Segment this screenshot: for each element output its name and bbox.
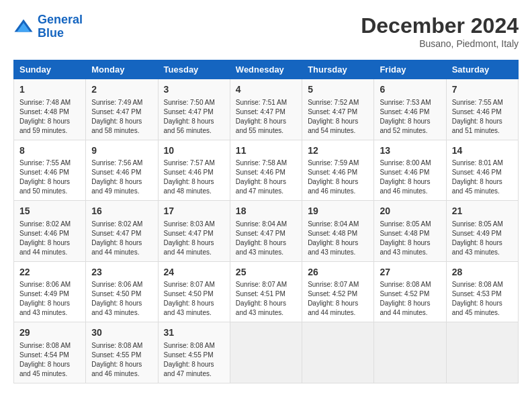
calendar-cell: 3Sunrise: 7:50 AMSunset: 4:47 PMDaylight… (158, 79, 230, 140)
calendar-cell: 26Sunrise: 8:07 AMSunset: 4:52 PMDayligh… (302, 261, 374, 322)
day-number: 28 (452, 266, 513, 279)
day-number: 22 (19, 266, 80, 279)
calendar-week-2: 8Sunrise: 7:55 AMSunset: 4:46 PMDaylight… (14, 140, 519, 201)
day-info: Sunrise: 7:55 AMSunset: 4:46 PMDaylight:… (452, 98, 513, 136)
day-number: 14 (452, 144, 513, 158)
calendar-cell: 22Sunrise: 8:06 AMSunset: 4:49 PMDayligh… (14, 261, 86, 322)
day-info: Sunrise: 8:00 AMSunset: 4:46 PMDaylight:… (380, 158, 440, 196)
header-row: SundayMondayTuesdayWednesdayThursdayFrid… (14, 60, 519, 79)
day-number: 4 (236, 83, 296, 97)
day-info: Sunrise: 7:48 AMSunset: 4:48 PMDaylight:… (19, 98, 80, 136)
calendar-cell (446, 322, 518, 383)
calendar-cell: 24Sunrise: 8:07 AMSunset: 4:50 PMDayligh… (158, 261, 230, 322)
calendar-cell: 14Sunrise: 8:01 AMSunset: 4:46 PMDayligh… (446, 140, 518, 201)
day-info: Sunrise: 8:07 AMSunset: 4:50 PMDaylight:… (164, 280, 224, 318)
calendar-cell: 19Sunrise: 8:04 AMSunset: 4:48 PMDayligh… (302, 201, 374, 262)
calendar-cell (230, 322, 302, 383)
day-info: Sunrise: 7:52 AMSunset: 4:47 PMDaylight:… (308, 98, 368, 136)
day-number: 7 (452, 83, 513, 97)
calendar-cell: 21Sunrise: 8:05 AMSunset: 4:49 PMDayligh… (446, 201, 518, 262)
page-header: General Blue December 2024 Busano, Piedm… (13, 13, 519, 49)
day-info: Sunrise: 8:06 AMSunset: 4:49 PMDaylight:… (19, 280, 80, 318)
day-info: Sunrise: 8:08 AMSunset: 4:55 PMDaylight:… (91, 341, 152, 379)
day-number: 30 (91, 326, 152, 340)
day-number: 13 (380, 144, 440, 158)
calendar-cell: 1Sunrise: 7:48 AMSunset: 4:48 PMDaylight… (14, 79, 86, 140)
day-info: Sunrise: 7:57 AMSunset: 4:46 PMDaylight:… (164, 158, 224, 196)
day-info: Sunrise: 8:05 AMSunset: 4:49 PMDaylight:… (452, 220, 513, 257)
title-block: December 2024 Busano, Piedmont, Italy (361, 13, 519, 49)
calendar-cell: 27Sunrise: 8:08 AMSunset: 4:52 PMDayligh… (374, 261, 446, 322)
day-number: 12 (308, 144, 368, 158)
column-header-wednesday: Wednesday (230, 60, 302, 79)
day-number: 9 (91, 144, 152, 158)
column-header-sunday: Sunday (14, 60, 86, 79)
day-info: Sunrise: 8:08 AMSunset: 4:53 PMDaylight:… (452, 280, 513, 318)
day-number: 26 (308, 266, 368, 279)
day-number: 15 (19, 205, 80, 218)
calendar-cell: 23Sunrise: 8:06 AMSunset: 4:50 PMDayligh… (86, 261, 158, 322)
logo: General Blue (13, 13, 83, 40)
day-info: Sunrise: 7:51 AMSunset: 4:47 PMDaylight:… (236, 98, 296, 136)
calendar-cell (374, 322, 446, 383)
day-info: Sunrise: 8:02 AMSunset: 4:46 PMDaylight:… (19, 220, 80, 257)
calendar-cell (302, 322, 374, 383)
day-info: Sunrise: 8:08 AMSunset: 4:52 PMDaylight:… (380, 280, 440, 318)
day-number: 2 (91, 83, 152, 97)
calendar-body: 1Sunrise: 7:48 AMSunset: 4:48 PMDaylight… (14, 79, 519, 383)
calendar-week-5: 29Sunrise: 8:08 AMSunset: 4:54 PMDayligh… (14, 322, 519, 383)
day-number: 5 (308, 83, 368, 97)
calendar-cell: 11Sunrise: 7:58 AMSunset: 4:46 PMDayligh… (230, 140, 302, 201)
calendar-cell: 4Sunrise: 7:51 AMSunset: 4:47 PMDaylight… (230, 79, 302, 140)
day-number: 18 (236, 205, 296, 218)
column-header-thursday: Thursday (302, 60, 374, 79)
day-info: Sunrise: 7:59 AMSunset: 4:46 PMDaylight:… (308, 158, 368, 196)
day-info: Sunrise: 7:50 AMSunset: 4:47 PMDaylight:… (164, 98, 224, 136)
day-info: Sunrise: 8:08 AMSunset: 4:54 PMDaylight:… (19, 341, 80, 379)
calendar-cell: 17Sunrise: 8:03 AMSunset: 4:47 PMDayligh… (158, 201, 230, 262)
day-info: Sunrise: 8:07 AMSunset: 4:51 PMDaylight:… (236, 280, 296, 318)
logo-icon (13, 17, 34, 37)
day-number: 20 (380, 205, 440, 218)
column-header-monday: Monday (86, 60, 158, 79)
day-number: 17 (164, 205, 224, 218)
day-number: 3 (164, 83, 224, 97)
day-info: Sunrise: 7:56 AMSunset: 4:46 PMDaylight:… (91, 158, 152, 196)
calendar-cell: 2Sunrise: 7:49 AMSunset: 4:47 PMDaylight… (86, 79, 158, 140)
calendar-cell: 20Sunrise: 8:05 AMSunset: 4:48 PMDayligh… (374, 201, 446, 262)
calendar-cell: 28Sunrise: 8:08 AMSunset: 4:53 PMDayligh… (446, 261, 518, 322)
calendar-cell: 9Sunrise: 7:56 AMSunset: 4:46 PMDaylight… (86, 140, 158, 201)
day-number: 1 (19, 83, 80, 97)
calendar-cell: 13Sunrise: 8:00 AMSunset: 4:46 PMDayligh… (374, 140, 446, 201)
calendar-week-1: 1Sunrise: 7:48 AMSunset: 4:48 PMDaylight… (14, 79, 519, 140)
day-info: Sunrise: 8:04 AMSunset: 4:47 PMDaylight:… (236, 220, 296, 257)
day-number: 31 (164, 326, 224, 340)
calendar-header: SundayMondayTuesdayWednesdayThursdayFrid… (14, 60, 519, 79)
calendar-cell: 10Sunrise: 7:57 AMSunset: 4:46 PMDayligh… (158, 140, 230, 201)
day-number: 23 (91, 266, 152, 279)
day-info: Sunrise: 7:58 AMSunset: 4:46 PMDaylight:… (236, 158, 296, 196)
day-info: Sunrise: 8:04 AMSunset: 4:48 PMDaylight:… (308, 220, 368, 257)
day-number: 10 (164, 144, 224, 158)
day-number: 25 (236, 266, 296, 279)
calendar-cell: 16Sunrise: 8:02 AMSunset: 4:47 PMDayligh… (86, 201, 158, 262)
day-info: Sunrise: 7:53 AMSunset: 4:46 PMDaylight:… (380, 98, 440, 136)
calendar-week-4: 22Sunrise: 8:06 AMSunset: 4:49 PMDayligh… (14, 261, 519, 322)
calendar-cell: 29Sunrise: 8:08 AMSunset: 4:54 PMDayligh… (14, 322, 86, 383)
day-info: Sunrise: 8:06 AMSunset: 4:50 PMDaylight:… (91, 280, 152, 318)
calendar-table: SundayMondayTuesdayWednesdayThursdayFrid… (13, 60, 519, 383)
day-info: Sunrise: 7:49 AMSunset: 4:47 PMDaylight:… (91, 98, 152, 136)
page-subtitle: Busano, Piedmont, Italy (361, 38, 519, 49)
day-number: 11 (236, 144, 296, 158)
day-info: Sunrise: 8:01 AMSunset: 4:46 PMDaylight:… (452, 158, 513, 196)
day-number: 29 (19, 326, 80, 340)
calendar-cell: 5Sunrise: 7:52 AMSunset: 4:47 PMDaylight… (302, 79, 374, 140)
day-number: 24 (164, 266, 224, 279)
day-info: Sunrise: 8:03 AMSunset: 4:47 PMDaylight:… (164, 220, 224, 257)
calendar-cell: 8Sunrise: 7:55 AMSunset: 4:46 PMDaylight… (14, 140, 86, 201)
calendar-week-3: 15Sunrise: 8:02 AMSunset: 4:46 PMDayligh… (14, 201, 519, 262)
day-info: Sunrise: 8:02 AMSunset: 4:47 PMDaylight:… (91, 220, 152, 257)
day-info: Sunrise: 8:08 AMSunset: 4:55 PMDaylight:… (164, 341, 224, 379)
calendar-cell: 31Sunrise: 8:08 AMSunset: 4:55 PMDayligh… (158, 322, 230, 383)
calendar-cell: 25Sunrise: 8:07 AMSunset: 4:51 PMDayligh… (230, 261, 302, 322)
